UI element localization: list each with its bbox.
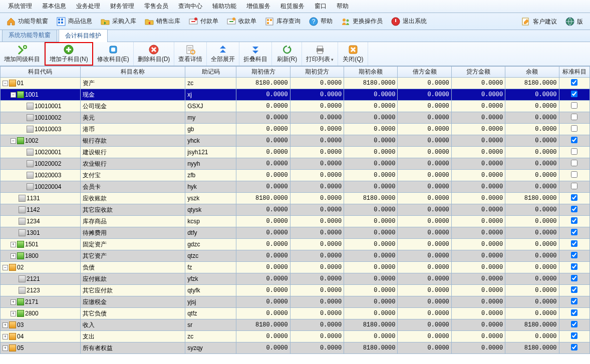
action-add-child[interactable]: 增加子科目(N)	[45, 42, 93, 66]
table-row[interactable]: 10020001 建设银行 jsyh121 0.0000 0.0000 0.00…	[1, 147, 590, 158]
column-header[interactable]: 期初贷方	[290, 67, 344, 78]
cell-code[interactable]: −01	[1, 78, 81, 89]
tree-toggle[interactable]: +	[11, 299, 16, 305]
toolbar-button-globe[interactable]: 版	[562, 16, 586, 28]
std-checkbox[interactable]	[571, 229, 577, 235]
std-checkbox[interactable]	[571, 114, 577, 120]
menu-item[interactable]: 帮助	[332, 1, 354, 12]
column-header[interactable]: 期初借方	[236, 67, 290, 78]
action-add-peer[interactable]: 增加同级科目	[0, 42, 45, 66]
cell-code[interactable]: 10020003	[1, 170, 81, 181]
action-print[interactable]: 打印列表	[302, 42, 338, 66]
action-detail[interactable]: 查看详情	[174, 42, 207, 66]
tree-toggle[interactable]: +	[3, 322, 8, 328]
menu-item[interactable]: 租赁服务	[275, 1, 310, 12]
std-checkbox[interactable]	[571, 217, 577, 224]
table-row[interactable]: 10020003 支付宝 zfb 0.0000 0.0000 0.0000 0.…	[1, 170, 590, 181]
table-row[interactable]: +04 支出 zc 0.0000 0.0000 0.0000 0.0000 0.…	[1, 331, 590, 342]
cell-code[interactable]: −02	[1, 262, 81, 273]
table-row[interactable]: 2123 其它应付款 qtyfk 0.0000 0.0000 0.0000 0.…	[1, 285, 590, 296]
cell-code[interactable]: −1001	[1, 89, 81, 101]
table-row[interactable]: 10020004 会员卡 hyk 0.0000 0.0000 0.0000 0.…	[1, 181, 590, 193]
column-header[interactable]: 科目代码	[1, 67, 81, 78]
table-row[interactable]: +1800 其它资产 qtzc 0.0000 0.0000 0.0000 0.0…	[1, 250, 590, 262]
toolbar-button-pay[interactable]: 付款单	[185, 16, 221, 28]
column-header[interactable]: 标准科目	[559, 67, 589, 78]
tab[interactable]: 会计科目维护	[59, 29, 108, 42]
menu-item[interactable]: 查询中心	[173, 1, 207, 12]
cell-code[interactable]: +03	[1, 319, 81, 331]
table-row[interactable]: 1131 应收账款 yszk 8180.0000 0.0000 8180.000…	[1, 193, 590, 204]
table-row[interactable]: −1001 现金 xj 0.0000 0.0000 0.0000 0.0000 …	[1, 89, 590, 101]
toolbar-button-help[interactable]: ?帮助	[306, 16, 336, 28]
tree-toggle[interactable]: −	[3, 81, 8, 86]
table-row[interactable]: 10010003 港币 gb 0.0000 0.0000 0.0000 0.00…	[1, 124, 590, 135]
tab[interactable]: 系统功能导航窗	[2, 29, 57, 42]
cell-code[interactable]: 10020004	[1, 181, 81, 193]
tree-toggle[interactable]: −	[3, 265, 8, 270]
action-close[interactable]: 关闭(Q)	[338, 42, 368, 66]
tree-toggle[interactable]: +	[3, 345, 8, 351]
cell-code[interactable]: +2171	[1, 296, 81, 308]
std-checkbox[interactable]	[571, 286, 577, 293]
std-checkbox[interactable]	[571, 263, 577, 270]
std-checkbox[interactable]	[571, 298, 577, 304]
menu-item[interactable]: 零售会员	[139, 1, 173, 12]
table-row[interactable]: 10010001 公司现金 GSXJ 0.0000 0.0000 0.0000 …	[1, 101, 590, 112]
table-row[interactable]: −1002 银行存款 yhck 0.0000 0.0000 0.0000 0.0…	[1, 135, 590, 147]
std-checkbox[interactable]	[571, 137, 577, 143]
cell-code[interactable]: 2121	[1, 273, 81, 285]
action-refresh[interactable]: 刷新(R)	[272, 42, 302, 66]
menu-item[interactable]: 财务管理	[105, 1, 139, 12]
std-checkbox[interactable]	[571, 194, 577, 201]
table-row[interactable]: 10020002 农业银行 nyyh 0.0000 0.0000 0.0000 …	[1, 158, 590, 170]
toolbar-button-recv[interactable]: 收款单	[223, 16, 259, 28]
table-row[interactable]: 1142 其它应收款 qtysk 0.0000 0.0000 0.0000 0.…	[1, 204, 590, 216]
cell-code[interactable]: +04	[1, 331, 81, 342]
cell-code[interactable]: 10020002	[1, 158, 81, 170]
column-header[interactable]: 助记码	[185, 67, 236, 78]
menu-item[interactable]: 辅助功能	[207, 1, 241, 12]
tree-toggle[interactable]: +	[3, 334, 8, 339]
cell-code[interactable]: 10010003	[1, 124, 81, 135]
std-checkbox[interactable]	[571, 79, 577, 86]
table-row[interactable]: 1234 库存商品 kcsp 0.0000 0.0000 0.0000 0.00…	[1, 216, 590, 227]
column-header[interactable]: 期初余额	[344, 67, 398, 78]
table-row[interactable]: −01 资产 zc 8180.0000 0.0000 8180.0000 0.0…	[1, 78, 590, 89]
toolbar-button-folder-in[interactable]: 采购入库	[97, 16, 139, 28]
cell-code[interactable]: 1301	[1, 227, 81, 239]
tree-toggle[interactable]: +	[11, 242, 16, 247]
cell-code[interactable]: +1501	[1, 239, 81, 250]
std-checkbox[interactable]	[571, 206, 577, 212]
std-checkbox[interactable]	[571, 344, 577, 350]
toolbar-button-user[interactable]: 更换操作员	[338, 16, 386, 28]
table-row[interactable]: +2800 其它负债 qtfz 0.0000 0.0000 0.0000 0.0…	[1, 308, 590, 319]
std-checkbox[interactable]	[571, 183, 577, 189]
table-row[interactable]: −02 负债 fz 0.0000 0.0000 0.0000 0.0000 0.…	[1, 262, 590, 273]
tree-toggle[interactable]: −	[11, 138, 16, 144]
cell-code[interactable]: 2123	[1, 285, 81, 296]
column-header[interactable]: 余额	[505, 67, 559, 78]
column-header[interactable]: 贷方金额	[451, 67, 505, 78]
action-collapse[interactable]: 折叠科目	[239, 42, 272, 66]
cell-code[interactable]: −1002	[1, 135, 81, 147]
toolbar-button-note[interactable]: 客户建议	[518, 16, 560, 28]
menu-item[interactable]: 增值服务	[241, 1, 275, 12]
toolbar-button-grid[interactable]: 商品信息	[53, 16, 95, 28]
std-checkbox[interactable]	[571, 275, 577, 281]
cell-code[interactable]: +05	[1, 342, 81, 354]
cell-code[interactable]: 10020001	[1, 147, 81, 158]
toolbar-button-stock[interactable]: 库存查询	[261, 16, 304, 28]
table-row[interactable]: +1501 固定资产 gdzc 0.0000 0.0000 0.0000 0.0…	[1, 239, 590, 250]
std-checkbox[interactable]	[571, 309, 577, 316]
table-row[interactable]: 1301 待摊费用 dtfy 0.0000 0.0000 0.0000 0.00…	[1, 227, 590, 239]
table-row[interactable]: +03 收入 sr 8180.0000 0.0000 8180.0000 0.0…	[1, 319, 590, 331]
std-checkbox[interactable]	[571, 321, 577, 327]
std-checkbox[interactable]	[571, 252, 577, 258]
cell-code[interactable]: 1234	[1, 216, 81, 227]
std-checkbox[interactable]	[571, 171, 577, 178]
column-header[interactable]: 科目名称	[80, 67, 185, 78]
tree-toggle[interactable]: +	[11, 253, 16, 259]
cell-code[interactable]: 10010002	[1, 112, 81, 124]
cell-code[interactable]: +1800	[1, 250, 81, 262]
